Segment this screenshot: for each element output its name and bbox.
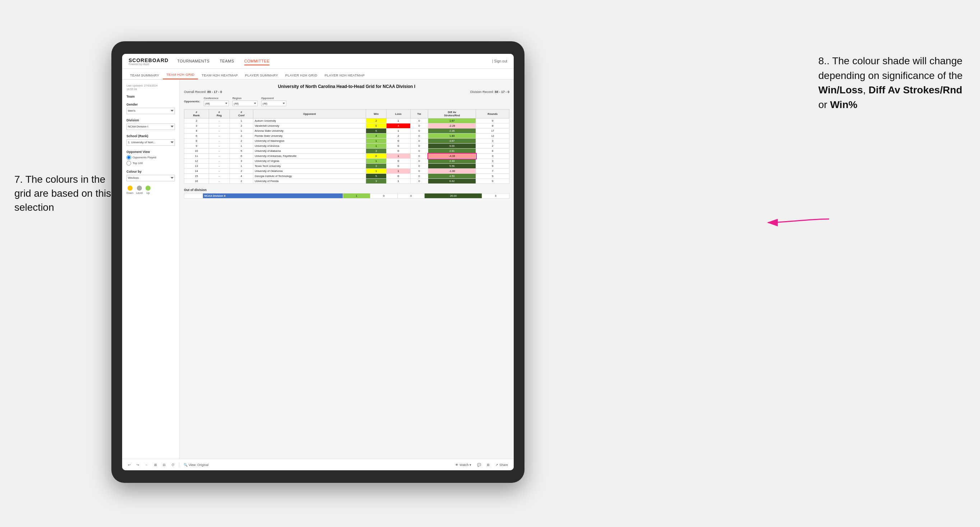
app-logo-sub: Powered by clippd — [129, 63, 169, 65]
col-opponent: Opponent — [253, 110, 366, 119]
sign-out-link[interactable]: | Sign out — [492, 59, 507, 63]
team-label: Team — [126, 95, 175, 98]
legend-label-up: Up — [146, 191, 150, 195]
view-original-btn[interactable]: 🔍 View: Original — [182, 462, 210, 467]
paste-btn[interactable]: ⊟ — [161, 462, 167, 467]
main-content: Last Updated: 27/03/2024 16:55:38 Team G… — [122, 80, 514, 459]
colour-by-select[interactable]: Win/loss — [126, 175, 175, 181]
table-row: NCAA Division II 1 0 0 26.00 3 — [184, 194, 509, 198]
filters-row: Opponents: Conference (All) Region (All) — [184, 97, 509, 106]
table-row: 10 - 5 University of Alabama 3 0 0 2.61 … — [184, 149, 509, 154]
share-btn[interactable]: ↗ Share — [494, 462, 509, 467]
annotation-left-text: The colours in the grid are based on thi… — [14, 174, 111, 213]
col-reg: #Reg — [209, 110, 229, 119]
table-row: 3 - 2 Vanderbilt University 0 4 0 -2.29 … — [184, 124, 509, 129]
out-division-loss: 0 — [370, 194, 397, 198]
toolbar-sep-1 — [179, 462, 179, 467]
col-rounds: Rounds — [476, 110, 509, 119]
opponent-select[interactable]: (All) — [261, 100, 286, 106]
legend: Down Level Up — [126, 186, 175, 195]
grid-area: University of North Carolina Head-to-Hea… — [180, 80, 514, 459]
watch-btn[interactable]: 👁 Watch ▾ — [454, 462, 473, 467]
division-select[interactable]: NCAA Division I — [126, 124, 175, 130]
col-rank: #Rank — [184, 110, 209, 119]
legend-dot-level — [137, 186, 142, 190]
redo-btn[interactable]: ↪ — [135, 462, 141, 467]
col-tie: Tie — [410, 110, 428, 119]
nav-teams[interactable]: TEAMS — [220, 57, 234, 65]
conference-label: Conference — [204, 97, 229, 100]
team-section: Team — [126, 95, 175, 98]
sub-nav-player-h2h-grid[interactable]: PLAYER H2H GRID — [282, 71, 321, 79]
legend-up: Up — [145, 186, 151, 195]
legend-down: Down — [126, 186, 133, 195]
out-division-rounds: 3 — [482, 194, 509, 198]
sub-nav-team-h2h-heatmap[interactable]: TEAM H2H HEATMAP — [198, 71, 242, 79]
out-division-table: NCAA Division II 1 0 0 26.00 3 — [184, 193, 509, 198]
division-record: Division Record: 88 - 17 - 0 — [470, 90, 509, 94]
school-label: School (Rank) — [126, 134, 175, 138]
table-row: 15 - 4 Georgia Institute of Technology 5… — [184, 174, 509, 179]
nav-tournaments[interactable]: TOURNAMENTS — [177, 57, 210, 65]
bottom-toolbar: ↩ ↪ ← ⊞ ⊟ ⏱ 🔍 View: Original 👁 Watch ▾ 💬… — [122, 459, 514, 470]
legend-dot-up — [145, 186, 151, 190]
nav-back-btn[interactable]: ← — [144, 462, 150, 467]
bold-diffav: Diff Av Strokes/Rnd — [869, 84, 963, 95]
ipad-frame: SCOREBOARD Powered by clippd TOURNAMENTS… — [111, 41, 525, 483]
colour-by-section: Colour by Win/loss — [126, 170, 175, 181]
conference-select[interactable]: (All) — [204, 100, 229, 106]
arrow-right-annotation — [754, 205, 833, 233]
region-select[interactable]: (All) — [232, 100, 258, 106]
legend-label-down: Down — [126, 191, 133, 195]
opponent-view-label: Opponent View — [126, 150, 175, 154]
opponent-label: Opponent — [261, 97, 286, 100]
table-row: 8 - 2 University of Washington 1 0 0 3.6… — [184, 138, 509, 144]
sub-nav-player-summary[interactable]: PLAYER SUMMARY — [242, 71, 282, 79]
comment-btn[interactable]: 💬 — [476, 462, 482, 467]
opponent-view-section: Opponent View Opponents Played Top 100 — [126, 150, 175, 165]
nav-committee[interactable]: COMMITTEE — [244, 57, 270, 65]
sub-nav-team-summary[interactable]: TEAM SUMMARY — [126, 71, 163, 79]
annotation-left-number: 7. — [14, 174, 22, 185]
last-updated: Last Updated: 27/03/2024 16:55:38 — [126, 84, 175, 91]
legend-label-level: Level — [136, 191, 143, 195]
app-logo: SCOREBOARD — [129, 57, 169, 63]
annotation-right: 8.. The colour shade will change dependi… — [818, 54, 969, 112]
sub-nav-team-h2h-grid[interactable]: TEAM H2H GRID — [163, 70, 198, 79]
sub-nav-player-h2h-heatmap[interactable]: PLAYER H2H HEATMAP — [321, 71, 368, 79]
gender-select[interactable]: Men's — [126, 108, 175, 114]
conference-filter: Conference (All) — [204, 97, 229, 106]
sub-nav: TEAM SUMMARY TEAM H2H GRID TEAM H2H HEAT… — [122, 69, 514, 80]
colour-by-label: Colour by — [126, 170, 175, 173]
left-panel: Last Updated: 27/03/2024 16:55:38 Team G… — [122, 80, 180, 459]
radio-top100[interactable]: Top 100 — [126, 161, 175, 165]
opponent-filter: Opponent (All) — [261, 97, 286, 106]
annotation-right-number: 8. — [818, 55, 827, 67]
copy-btn[interactable]: ⊞ — [153, 462, 158, 467]
bold-winloss: Win/Loss — [818, 84, 863, 95]
out-of-division-section: Out of division NCAA Division II 1 0 0 2… — [184, 188, 509, 198]
table-row: 16 - 2 University of Florida 3 1 0 6.62 … — [184, 179, 509, 184]
out-division-win: 1 — [343, 194, 371, 198]
undo-btn[interactable]: ↩ — [126, 462, 132, 467]
legend-level: Level — [136, 186, 143, 195]
ipad-screen: SCOREBOARD Powered by clippd TOURNAMENTS… — [122, 54, 514, 470]
school-select[interactable]: 1. University of Nort... — [126, 139, 175, 146]
col-diff: Diff AvStrokes/Rnd — [428, 110, 476, 119]
timer-btn[interactable]: ⏱ — [170, 462, 176, 467]
grid-title: University of North Carolina Head-to-Hea… — [184, 84, 509, 89]
radio-opponents-played[interactable]: Opponents Played — [126, 155, 175, 160]
table-row: 6 - 2 Florida State University 4 2 0 1.8… — [184, 133, 509, 138]
grid-btn[interactable]: ⊞ — [485, 462, 491, 467]
out-division-label: Out of division — [184, 188, 509, 192]
col-loss: Loss — [387, 110, 410, 119]
out-division-diff: 26.00 — [425, 194, 482, 198]
annotation-left: 7. The colours in the grid are based on … — [14, 172, 115, 215]
table-row: 9 - 1 University of Arizona 1 0 0 9.00 2 — [184, 144, 509, 149]
table-row: 12 - 3 University of Virginia 1 0 0 2.33… — [184, 159, 509, 164]
legend-dot-down — [127, 186, 132, 190]
region-label: Region — [232, 97, 258, 100]
table-row: 14 - 2 University of Oklahoma 1 1 0 -1.0… — [184, 169, 509, 174]
gender-label: Gender — [126, 103, 175, 106]
school-section: School (Rank) 1. University of Nort... — [126, 134, 175, 146]
